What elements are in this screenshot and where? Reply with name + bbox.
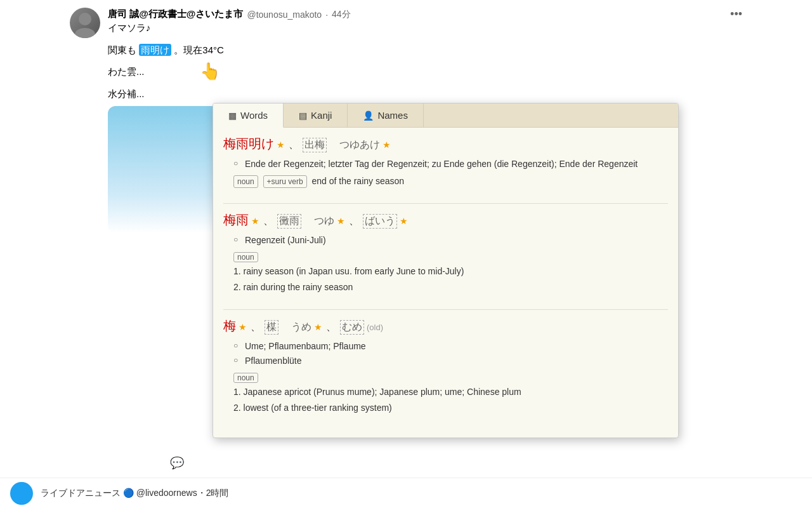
entry-2-star-3[interactable]: ★ bbox=[400, 216, 408, 226]
entry-3-def-1: 1. Japanese apricot (Prunus mume); Japan… bbox=[233, 385, 668, 399]
entry-1-german: Ende der Regenzeit; letzter Tag der Rege… bbox=[233, 157, 668, 171]
tab-words-label: Words bbox=[240, 110, 268, 121]
tweet-meta: 唐司 誠@行政書士@さいたま市 @tounosu_makoto · 44分 ••… bbox=[108, 8, 742, 21]
tweet-timestamp: 44分 bbox=[332, 9, 351, 20]
tag-noun-3: noun bbox=[233, 373, 258, 383]
entry-1-star-reading[interactable]: ★ bbox=[383, 140, 391, 150]
entry-2-german: Regenzeit (Juni-Juli) bbox=[233, 234, 668, 247]
svg-point-0 bbox=[79, 13, 91, 25]
entry-divider-1 bbox=[223, 203, 668, 204]
dict-entry-3: 梅 ★ 、 楳 うめ ★ 、 むめ (old) Ume; Pflaumenbau… bbox=[223, 318, 668, 415]
entry-1-star-1[interactable]: ★ bbox=[277, 140, 285, 150]
entry-3-def-2: 2. lowest (of a three-tier ranking syste… bbox=[233, 401, 668, 415]
tag-noun-1: noun bbox=[233, 175, 258, 188]
bottom-bar: ライブドアニュース 🔵 @livedoornews・2時間 bbox=[0, 478, 812, 508]
entry-1-def-tags: noun +suru verb end of the rainy season bbox=[233, 175, 668, 188]
dict-entry-1: 梅雨明け ★ 、 出梅 つゆあけ ★ Ende der Regenzeit; l… bbox=[223, 135, 668, 188]
bottom-tweet-handle: ライブドアニュース 🔵 @livedoornews・2時間 bbox=[41, 488, 229, 499]
dict-tabs: ▦ Words ▤ Kanji 👤 Names bbox=[213, 104, 678, 128]
tweet-line-4: 水分補... bbox=[108, 87, 742, 102]
highlighted-word[interactable]: 雨明け bbox=[139, 44, 171, 56]
entry-2-star-2[interactable]: ★ bbox=[337, 216, 345, 226]
entry-2-definitions: noun 1. rainy season (in Japan usu. from… bbox=[233, 251, 668, 294]
svg-point-1 bbox=[75, 28, 95, 38]
tweet-more-button[interactable]: ••• bbox=[730, 8, 742, 21]
entry-2-kanji-1: 梅雨 bbox=[223, 211, 249, 229]
tab-words[interactable]: ▦ Words bbox=[213, 104, 284, 128]
entry-3-star-2[interactable]: ★ bbox=[314, 322, 322, 332]
tweet-line-3: わた雲... bbox=[108, 65, 742, 79]
words-tab-icon: ▦ bbox=[228, 110, 237, 121]
tag-noun-2: noun bbox=[233, 252, 258, 262]
entry-3-german-1: Ume; Pflaumenbaum; Pflaume bbox=[233, 340, 668, 353]
names-tab-icon: 👤 bbox=[363, 110, 374, 121]
entry-1-header: 梅雨明け ★ 、 出梅 つゆあけ ★ bbox=[223, 135, 668, 152]
entry-2-def-2: 2. rain during the rainy season bbox=[233, 281, 668, 294]
tab-kanji-label: Kanji bbox=[311, 110, 332, 121]
entry-3-header: 梅 ★ 、 楳 うめ ★ 、 むめ (old) bbox=[223, 318, 668, 335]
dict-content: 梅雨明け ★ 、 出梅 つゆあけ ★ Ende der Regenzeit; l… bbox=[213, 128, 678, 438]
entry-2-star-1[interactable]: ★ bbox=[251, 216, 259, 226]
entry-2-reading-2: ばいう bbox=[363, 214, 397, 229]
author-handle[interactable]: @tounosu_makoto bbox=[247, 10, 322, 20]
tweet-line-2: 関東も 雨明け 。現在34°C bbox=[108, 43, 742, 58]
tag-suru-1: +suru verb bbox=[263, 175, 307, 188]
entry-3-german: Ume; Pflaumenbaum; Pflaume Pflaumenblüte bbox=[233, 340, 668, 368]
entry-3-reading-2: むめ bbox=[340, 320, 364, 335]
entry-2-german-1: Regenzeit (Juni-Juli) bbox=[233, 234, 668, 247]
comment-icon[interactable]: 💬 bbox=[170, 456, 184, 470]
entry-2-header: 梅雨 ★ 、 黴雨 つゆ ★ 、 ばいう ★ bbox=[223, 211, 668, 229]
entry-1-german-1: Ende der Regenzeit; letzter Tag der Rege… bbox=[233, 157, 668, 171]
entry-1-definitions: noun +suru verb end of the rainy season bbox=[233, 175, 668, 188]
kanji-tab-icon: ▤ bbox=[299, 110, 307, 121]
avatar bbox=[70, 8, 100, 38]
dict-entry-2: 梅雨 ★ 、 黴雨 つゆ ★ 、 ばいう ★ Regenzeit (Juni-J… bbox=[223, 211, 668, 294]
author-name: 唐司 誠@行政書士@さいたま市 bbox=[108, 8, 243, 20]
tab-names[interactable]: 👤 Names bbox=[348, 104, 424, 127]
entry-3-kanji-2: 楳 bbox=[265, 320, 278, 335]
entry-3-reading-1: うめ bbox=[281, 321, 311, 334]
bottom-avatar bbox=[10, 482, 33, 505]
tweet-time: · bbox=[325, 10, 328, 20]
entry-2-def-1: 1. rainy season (in Japan usu. from earl… bbox=[233, 265, 668, 278]
dictionary-popup: ▦ Words ▤ Kanji 👤 Names 梅雨明け ★ 、 出梅 つゆあけ… bbox=[213, 103, 679, 438]
entry-3-old-label: (old) bbox=[367, 323, 383, 332]
entry-2-kanji-2: 黴雨 bbox=[277, 214, 301, 229]
entry-3-german-2: Pflaumenblüte bbox=[233, 354, 668, 368]
tab-kanji[interactable]: ▤ Kanji bbox=[284, 104, 348, 127]
entry-3-star-1[interactable]: ★ bbox=[239, 322, 247, 332]
tab-names-label: Names bbox=[377, 110, 408, 121]
entry-2-reading-1: つゆ bbox=[304, 215, 334, 228]
entry-3-kanji-1: 梅 bbox=[223, 318, 236, 335]
entry-1-reading: つゆあけ bbox=[329, 138, 380, 152]
entry-1-kanji-2: 出梅 bbox=[303, 138, 327, 152]
entry-3-definitions: noun 1. Japanese apricot (Prunus mume); … bbox=[233, 371, 668, 415]
entry-1-kanji-1: 梅雨明け bbox=[223, 135, 274, 152]
entry-divider-2 bbox=[223, 309, 668, 310]
tweet-line-1: イマソラ♪ bbox=[108, 21, 742, 36]
